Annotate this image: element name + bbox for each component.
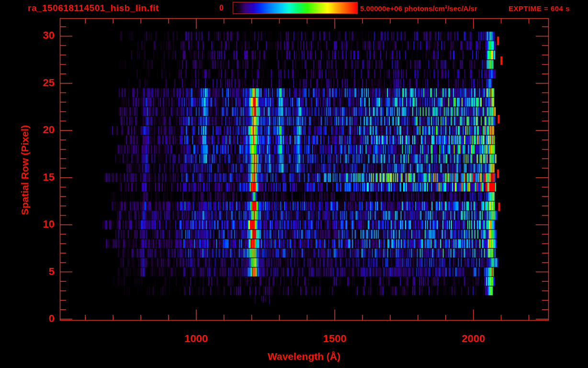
y-axis-title: Spatial Row (Pixel) — [19, 125, 31, 215]
colorbar-unit-pre: photons/cm — [402, 4, 445, 12]
x-tick-label: 1500 — [313, 333, 356, 345]
y-tick-label: 20 — [29, 124, 55, 136]
y-tick-label: 10 — [29, 218, 55, 230]
colorbar-max-label: 5.00000e+06 photons/cm2/sec/A/sr — [360, 4, 477, 12]
x-tick-label: 1000 — [175, 333, 218, 345]
fits-display-window: ra_150618114501_hisb_lin.fit 0 5.00000e+… — [0, 0, 588, 368]
colorbar-min-label: 0 — [219, 4, 224, 12]
colorbar-max-value: 5.00000e+06 — [360, 4, 402, 12]
y-tick-label: 25 — [29, 77, 55, 89]
exptime-label: EXPTIME = 604 s — [509, 4, 570, 12]
file-title: ra_150618114501_hisb_lin.fit — [28, 3, 159, 13]
y-tick-label: 30 — [29, 29, 55, 42]
intensity-colorbar — [233, 2, 358, 14]
colorbar-unit-post: /sec/A/sr — [447, 4, 477, 12]
x-axis-title: Wavelength (Å) — [0, 351, 588, 362]
x-tick-label: 2000 — [452, 333, 495, 345]
y-tick-label: 5 — [29, 265, 55, 278]
spectral-heatmap-canvas — [0, 0, 588, 368]
y-tick-label: 15 — [29, 171, 55, 184]
y-tick-label: 0 — [29, 312, 55, 325]
